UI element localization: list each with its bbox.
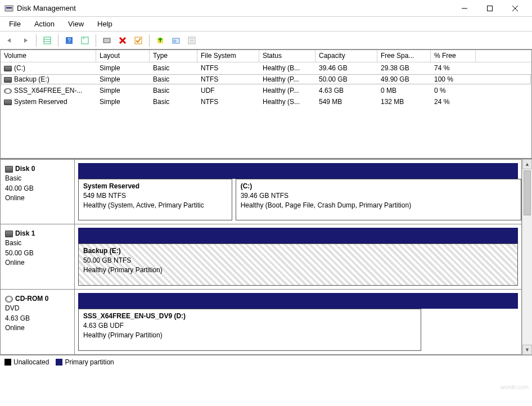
list-icon[interactable] bbox=[184, 34, 199, 47]
column-filesystem[interactable]: File System bbox=[197, 50, 259, 62]
check-icon[interactable] bbox=[131, 34, 146, 47]
svg-text:?: ? bbox=[67, 38, 71, 44]
disk-graphical-panel: Disk 0Basic40.00 GBOnlineSystem Reserved… bbox=[0, 158, 532, 355]
volume-rows: (C:)SimpleBasicNTFSHealthy (B...39.46 GB… bbox=[1, 62, 531, 158]
legend: Unallocated Primary partition bbox=[0, 355, 532, 368]
disk-partitions: System Reserved549 MB NTFSHealthy (Syste… bbox=[75, 160, 521, 224]
drive-dvd-icon bbox=[5, 296, 13, 303]
disk-partitions: SSS_X64FREE_EN-US_DV9 (D:)4.63 GB UDFHea… bbox=[75, 290, 521, 354]
column-status[interactable]: Status bbox=[259, 50, 315, 62]
column-pctfree[interactable]: % Free bbox=[431, 50, 476, 62]
toolbar-divider bbox=[58, 34, 58, 47]
table-row[interactable]: System ReservedSimpleBasicNTFSHealthy (S… bbox=[1, 96, 531, 107]
svg-rect-11 bbox=[82, 37, 88, 44]
disk-info[interactable]: Disk 0Basic40.00 GBOnline bbox=[1, 160, 75, 224]
column-volume[interactable]: Volume bbox=[1, 50, 96, 62]
app-icon bbox=[4, 4, 13, 13]
maximize-button[interactable] bbox=[477, 1, 502, 16]
drive-hdd-icon bbox=[5, 166, 13, 173]
svg-rect-1 bbox=[6, 7, 12, 8]
partition[interactable]: System Reserved549 MB NTFSHealthy (Syste… bbox=[78, 179, 232, 220]
close-button[interactable] bbox=[502, 1, 528, 16]
disk-partitions: Backup (E:)50.00 GB NTFSHealthy (Primary… bbox=[75, 224, 521, 289]
disk-entry: CD-ROM 0DVD4.63 GBOnlineSSS_X64FREE_EN-U… bbox=[0, 290, 522, 355]
disk-entry: Disk 0Basic40.00 GBOnlineSystem Reserved… bbox=[0, 159, 522, 224]
grid-icon[interactable] bbox=[40, 34, 55, 47]
svg-rect-6 bbox=[44, 37, 51, 44]
drive-hdd-icon bbox=[4, 77, 12, 83]
window-title: Disk Management bbox=[17, 4, 76, 12]
titlebar: Disk Management bbox=[0, 0, 532, 17]
drive-dvd-icon bbox=[4, 88, 12, 94]
disk-header-bar bbox=[78, 163, 518, 179]
disk-info[interactable]: CD-ROM 0DVD4.63 GBOnline bbox=[1, 290, 75, 354]
menubar: File Action View Help bbox=[0, 17, 532, 31]
menu-action[interactable]: Action bbox=[28, 17, 61, 30]
toolbar-divider bbox=[96, 34, 96, 47]
menu-help[interactable]: Help bbox=[91, 17, 119, 30]
drive-hdd-icon bbox=[4, 66, 12, 71]
toolbar: ? bbox=[0, 31, 532, 49]
refresh-icon[interactable] bbox=[78, 34, 92, 47]
partition[interactable]: SSS_X64FREE_EN-US_DV9 (D:)4.63 GB UDFHea… bbox=[78, 309, 421, 351]
table-row[interactable]: Backup (E:)SimpleBasicNTFSHealthy (P...5… bbox=[1, 74, 531, 85]
forward-icon[interactable] bbox=[18, 34, 33, 47]
minimize-button[interactable] bbox=[452, 1, 477, 16]
scroll-down-icon[interactable]: ▼ bbox=[522, 345, 532, 355]
column-type[interactable]: Type bbox=[150, 50, 197, 62]
table-row[interactable]: (C:)SimpleBasicNTFSHealthy (B...39.46 GB… bbox=[1, 62, 531, 74]
vertical-scrollbar[interactable]: ▲ ▼ bbox=[522, 159, 532, 355]
legend-unallocated: Unallocated bbox=[4, 358, 49, 366]
disk-list-icon[interactable] bbox=[100, 34, 114, 47]
toolbar-divider bbox=[149, 34, 150, 47]
drive-hdd-icon bbox=[4, 100, 12, 105]
volume-columns: Volume Layout Type File System Status Ca… bbox=[1, 50, 531, 62]
menu-file[interactable]: File bbox=[2, 17, 28, 30]
column-layout[interactable]: Layout bbox=[96, 50, 150, 62]
disk-header-bar bbox=[78, 228, 518, 243]
scroll-up-icon[interactable]: ▲ bbox=[522, 159, 532, 169]
table-row[interactable]: SSS_X64FREE_EN-...SimpleBasicUDFHealthy … bbox=[1, 85, 531, 96]
disk-entry: Disk 1Basic50.00 GBOnlineBackup (E:)50.0… bbox=[0, 224, 522, 290]
back-icon[interactable] bbox=[2, 34, 17, 47]
partition[interactable]: (C:)39.46 GB NTFSHealthy (Boot, Page Fil… bbox=[236, 179, 521, 220]
action1-icon[interactable] bbox=[153, 34, 168, 47]
column-capacity[interactable]: Capacity bbox=[315, 50, 377, 62]
toolbar-divider bbox=[36, 34, 37, 47]
settings-icon[interactable] bbox=[169, 34, 183, 47]
help-icon[interactable]: ? bbox=[62, 34, 76, 47]
column-freespace[interactable]: Free Spa... bbox=[377, 50, 431, 62]
svg-rect-3 bbox=[487, 6, 492, 11]
volume-table: Volume Layout Type File System Status Ca… bbox=[0, 49, 532, 158]
watermark: wsxdn.com bbox=[501, 384, 529, 390]
scroll-thumb[interactable] bbox=[524, 170, 531, 215]
disk-info[interactable]: Disk 1Basic50.00 GBOnline bbox=[1, 224, 75, 289]
legend-primary: Primary partition bbox=[56, 358, 114, 366]
delete-icon[interactable] bbox=[115, 34, 130, 47]
partition[interactable]: Backup (E:)50.00 GB NTFSHealthy (Primary… bbox=[78, 243, 518, 286]
svg-rect-12 bbox=[103, 38, 110, 43]
drive-hdd-icon bbox=[5, 231, 13, 237]
disk-header-bar bbox=[78, 293, 518, 309]
menu-view[interactable]: View bbox=[61, 17, 91, 30]
